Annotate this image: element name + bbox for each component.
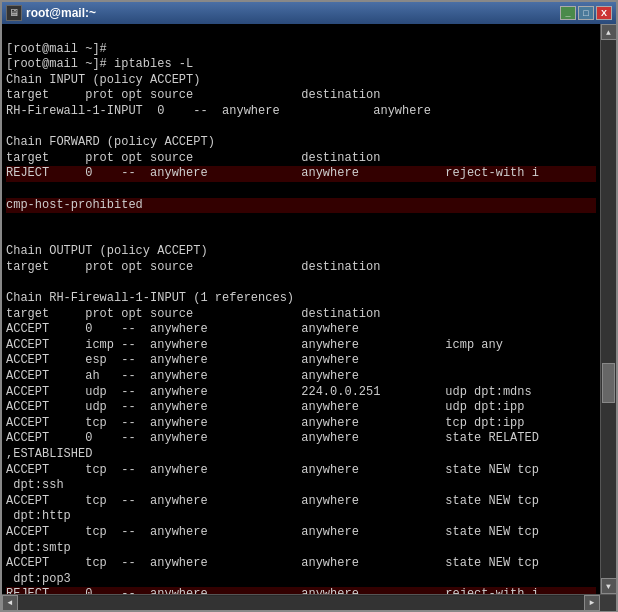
line-3: Chain INPUT (policy ACCEPT) — [6, 73, 200, 87]
window-title: root@mail:~ — [26, 6, 96, 20]
line-22: dpt:ssh — [6, 478, 64, 492]
terminal-content[interactable]: [root@mail ~]# [root@mail ~]# iptables -… — [2, 24, 600, 594]
line-20: ,ESTABLISHED — [6, 447, 92, 461]
reject-line-2: cmp-host-prohibited — [6, 198, 596, 214]
titlebar-left: 🖥 root@mail:~ — [6, 5, 96, 21]
scroll-left-button[interactable]: ◄ — [2, 595, 18, 611]
reject-line-1: REJECT 0 -- anywhere anywhere reject-wit… — [6, 166, 596, 182]
line-21: ACCEPT tcp -- anywhere anywhere state NE… — [6, 463, 539, 477]
terminal-area: [root@mail ~]# [root@mail ~]# iptables -… — [2, 24, 616, 594]
line-26: dpt:smtp — [6, 541, 71, 555]
h-scrollbar-track[interactable] — [18, 596, 584, 610]
titlebar-buttons: _ □ X — [560, 6, 612, 20]
window-icon-symbol: 🖥 — [9, 7, 19, 19]
line-27: ACCEPT tcp -- anywhere anywhere state NE… — [6, 556, 539, 570]
line-28: dpt:pop3 — [6, 572, 71, 586]
line-19: ACCEPT 0 -- anywhere anywhere state RELA… — [6, 431, 539, 445]
line-5: RH-Firewall-1-INPUT 0 -- anywhere anywhe… — [6, 104, 517, 118]
line-17: ACCEPT udp -- anywhere anywhere udp dpt:… — [6, 400, 524, 414]
line-8: Chain OUTPUT (policy ACCEPT) — [6, 244, 208, 258]
scroll-up-button[interactable]: ▲ — [601, 24, 617, 40]
minimize-button[interactable]: _ — [560, 6, 576, 20]
line-18: ACCEPT tcp -- anywhere anywhere tcp dpt:… — [6, 416, 524, 430]
line-2: [root@mail ~]# iptables -L — [6, 57, 193, 71]
line-7: target prot opt source destination — [6, 151, 445, 165]
titlebar: 🖥 root@mail:~ _ □ X — [2, 2, 616, 24]
line-1: [root@mail ~]# — [6, 42, 107, 56]
vertical-scrollbar[interactable]: ▲ ▼ — [600, 24, 616, 594]
line-24: dpt:http — [6, 509, 71, 523]
line-14: ACCEPT esp -- anywhere anywhere — [6, 353, 445, 367]
line-10: Chain RH-Firewall-1-INPUT (1 references) — [6, 291, 294, 305]
line-16: ACCEPT udp -- anywhere 224.0.0.251 udp d… — [6, 385, 532, 399]
horizontal-scrollbar[interactable]: ◄ ► — [2, 594, 616, 610]
scroll-right-button[interactable]: ► — [584, 595, 600, 611]
scrollbar-corner — [600, 595, 616, 611]
window-icon: 🖥 — [6, 5, 22, 21]
line-11: target prot opt source destination — [6, 307, 445, 321]
line-25: ACCEPT tcp -- anywhere anywhere state NE… — [6, 525, 539, 539]
close-button[interactable]: X — [596, 6, 612, 20]
line-6: Chain FORWARD (policy ACCEPT) — [6, 135, 215, 149]
line-23: ACCEPT tcp -- anywhere anywhere state NE… — [6, 494, 539, 508]
line-12: ACCEPT 0 -- anywhere anywhere — [6, 322, 445, 336]
scroll-down-button[interactable]: ▼ — [601, 578, 617, 594]
scrollbar-track[interactable] — [601, 40, 616, 578]
final-reject-1: REJECT 0 -- anywhere anywhere reject-wit… — [6, 587, 596, 594]
terminal-window: 🖥 root@mail:~ _ □ X [root@mail ~]# [root… — [0, 0, 618, 612]
line-13: ACCEPT icmp -- anywhere anywhere icmp an… — [6, 338, 503, 352]
line-15: ACCEPT ah -- anywhere anywhere — [6, 369, 445, 383]
maximize-button[interactable]: □ — [578, 6, 594, 20]
line-4: target prot opt source destination — [6, 88, 445, 102]
line-9: target prot opt source destination — [6, 260, 445, 274]
scrollbar-thumb[interactable] — [602, 363, 615, 403]
